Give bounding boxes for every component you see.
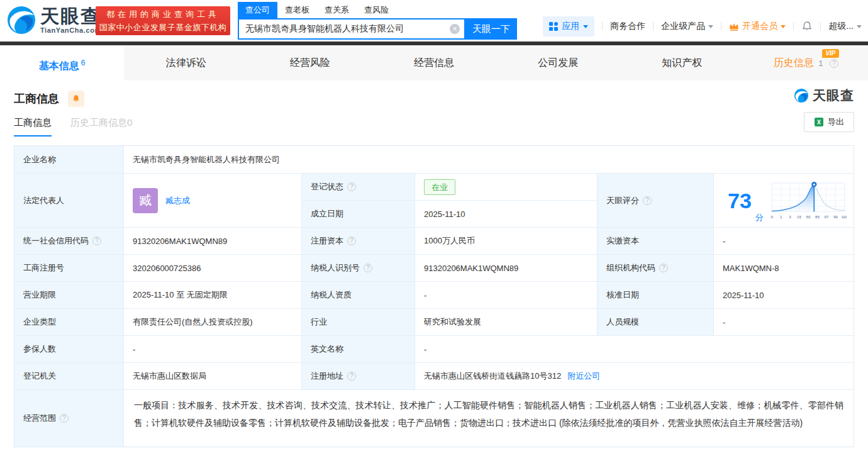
help-icon[interactable]: ?	[643, 196, 652, 205]
insured-count-label: 参保人数	[14, 336, 124, 363]
help-icon[interactable]: ?	[659, 264, 668, 272]
header-menu: 应用 商务合作 企业级产品 开通会员	[543, 16, 862, 36]
chevron-down-icon	[708, 25, 713, 31]
registration-authority-value: 无锡市惠山区数据局	[124, 363, 302, 390]
tianyancha-watermark: 天眼查	[794, 87, 854, 104]
taxpayer-id-value: 91320206MAK1WQMN89	[415, 255, 598, 282]
nearby-companies-link[interactable]: 附近公司	[567, 370, 600, 382]
tab-basic-info-label: 基本信息	[39, 60, 79, 71]
registration-number-value: 320206000725386	[124, 255, 302, 282]
section-title: 工商信息	[14, 92, 59, 105]
monitor-bell-button[interactable]	[68, 91, 84, 107]
tab-company-development[interactable]: 公司发展	[496, 45, 620, 81]
enterprise-label: 企业级产品	[661, 21, 705, 32]
company-name-value: 无锡市凯奇具身智能机器人科技有限公司	[124, 146, 854, 174]
subtab-business-info[interactable]: 工商信息	[14, 117, 52, 136]
tab-history-info[interactable]: VIP 历史信息 1 ?	[744, 45, 868, 81]
business-scope-value: 一般项目：技术服务、技术开发、技术咨询、技术交流、技术转让、技术推广；人工智能硬…	[124, 390, 854, 447]
search-tab-risk[interactable]: 查风险	[357, 2, 396, 18]
svg-text:15: 15	[797, 214, 801, 218]
help-icon[interactable]: ?	[347, 182, 356, 191]
registration-number-label: 工商注册号	[14, 255, 124, 282]
score-distribution-chart: 0131550859799100	[770, 181, 847, 221]
subsection-tabs: 工商信息 历史工商信息0 导出	[0, 107, 868, 136]
svg-text:0: 0	[771, 214, 773, 218]
legal-rep-link[interactable]: 臧志成	[165, 195, 190, 206]
table-row: 统一社会信用代码 ? 91320206MAK1WQMN89 注册资本 ? 100…	[14, 228, 854, 255]
open-vip-label: 开通会员	[742, 21, 777, 32]
slogan-line1: 都在用的商业查询工具	[96, 8, 230, 21]
vip-crown-icon	[729, 22, 739, 31]
table-row: 法定代表人 臧 臧志成 登记状态 ? 在业 成立日期 2025-11-10 天眼…	[14, 174, 854, 228]
export-button[interactable]: 导出	[804, 112, 854, 132]
credit-code-label: 统一社会信用代码 ?	[14, 228, 124, 255]
notification-button[interactable]	[801, 21, 813, 32]
help-icon[interactable]: ?	[347, 237, 356, 245]
search-tab-company[interactable]: 查公司	[238, 2, 277, 18]
address-text: 无锡市惠山区钱桥街道钱藕路10号312	[424, 370, 561, 382]
registered-capital-value: 1000万人民币	[415, 228, 598, 255]
status-badge: 在业	[424, 179, 455, 195]
svg-text:97: 97	[824, 214, 828, 218]
reg-status-label: 登记状态 ?	[302, 174, 415, 201]
taxpayer-id-label: 纳税人识别号 ?	[302, 255, 415, 282]
tab-company-development-label: 公司发展	[538, 57, 578, 68]
table-row: 登记机关 无锡市惠山区数据局 注册地址 ? 无锡市惠山区钱桥街道钱藕路10号31…	[14, 363, 854, 390]
open-vip-menu[interactable]: 开通会员	[729, 21, 786, 32]
search-button[interactable]: 天眼一下	[465, 18, 517, 40]
section-header: 工商信息 天眼查	[0, 81, 868, 107]
search-tab-boss[interactable]: 查老板	[277, 2, 317, 18]
tab-legal-lawsuits[interactable]: 法律诉讼	[124, 45, 248, 81]
registered-address-label: 注册地址 ?	[302, 363, 415, 390]
avatar[interactable]: 臧	[133, 188, 158, 213]
paid-in-capital-value: -	[714, 228, 854, 255]
account-menu[interactable]: 超级...	[828, 21, 862, 32]
industry-label: 行业	[302, 309, 415, 336]
insured-count-value: -	[124, 336, 302, 363]
chevron-down-icon	[583, 25, 588, 31]
business-cooperation-link[interactable]: 商务合作	[610, 21, 645, 32]
search-area: 查公司 查老板 查关系 查风险 × 天眼一下	[238, 2, 517, 40]
tab-operation-info[interactable]: 经营信息	[372, 45, 496, 81]
brand-slogan-badge: 都在用的商业查询工具 国家中小企业发展子基金旗下机构	[96, 6, 230, 35]
table-row: 企业名称 无锡市凯奇具身智能机器人科技有限公司	[14, 146, 854, 174]
tab-intellectual-property[interactable]: 知识产权	[620, 45, 744, 81]
bell-icon	[72, 94, 81, 103]
tab-basic-info[interactable]: 基本信息6	[0, 45, 124, 81]
clear-search-icon[interactable]: ×	[450, 24, 460, 34]
legal-rep-value: 臧 臧志成	[124, 174, 302, 228]
help-icon[interactable]: ?	[830, 59, 838, 68]
tab-operation-risk-label: 经营风险	[290, 57, 330, 68]
tab-legal-lawsuits-label: 法律诉讼	[166, 57, 206, 68]
svg-text:99: 99	[833, 214, 838, 218]
tianyancha-logo[interactable]: 天眼查 TianYanCha.com	[6, 5, 101, 35]
english-name-label: 英文名称	[302, 336, 415, 363]
business-info-table: 企业名称 无锡市凯奇具身智能机器人科技有限公司 法定代表人 臧 臧志成 登记状态…	[14, 145, 854, 447]
help-icon[interactable]: ?	[364, 264, 372, 272]
enterprise-product-menu[interactable]: 企业级产品	[661, 21, 713, 32]
menu-divider	[653, 22, 654, 31]
vip-badge: VIP	[822, 49, 838, 58]
tab-intellectual-property-label: 知识产权	[662, 57, 702, 68]
credit-code-label-text: 统一社会信用代码	[23, 235, 89, 247]
establish-date-value: 2025-11-10	[415, 201, 598, 228]
apps-label: 应用	[562, 21, 579, 32]
search-input[interactable]	[238, 18, 465, 40]
business-scope-label: 经营范围 ?	[14, 390, 124, 447]
legal-rep-label: 法定代表人	[14, 174, 124, 228]
search-tab-relation[interactable]: 查关系	[317, 2, 357, 18]
help-icon[interactable]: ?	[92, 237, 101, 245]
apps-menu[interactable]: 应用	[543, 16, 594, 36]
top-header: 天眼查 TianYanCha.com 都在用的商业查询工具 国家中小企业发展子基…	[0, 0, 868, 42]
taxpayer-id-label-text: 纳税人识别号	[311, 262, 360, 274]
tab-basic-info-count: 6	[81, 58, 86, 67]
subtab-history-business-info[interactable]: 历史工商信息0	[70, 117, 132, 136]
registered-capital-label-text: 注册资本	[311, 235, 343, 247]
apps-grid-icon	[549, 22, 558, 31]
table-row: 营业期限 2025-11-10 至 无固定期限 纳税人资质 - 核准日期 202…	[14, 282, 854, 309]
help-icon[interactable]: ?	[347, 372, 356, 381]
chevron-down-icon	[857, 25, 862, 31]
tab-operation-risk[interactable]: 经营风险	[248, 45, 372, 81]
approval-date-value: 2025-11-10	[714, 282, 854, 309]
help-icon[interactable]: ?	[60, 414, 69, 423]
